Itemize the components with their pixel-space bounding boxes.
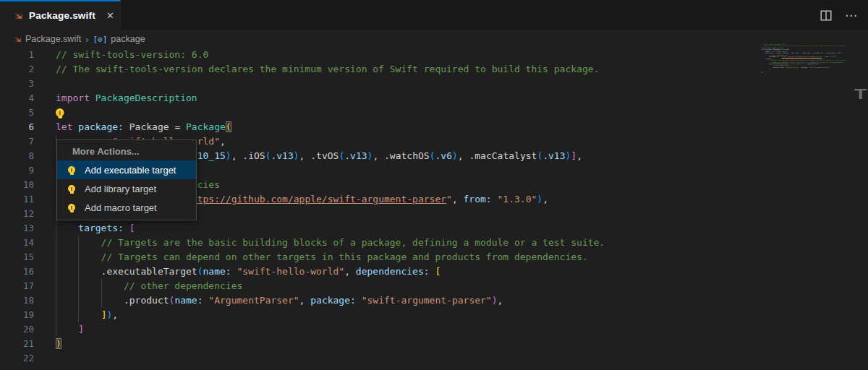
line-number: 22 [0, 351, 34, 366]
line-number: 14 [0, 236, 34, 250]
code-token: // Targets are the basic building blocks… [56, 237, 605, 248]
code-token: , [373, 150, 384, 161]
code-line-text: ] [56, 322, 84, 337]
code-token: .watchOS [384, 150, 430, 161]
code-action-menu-header[interactable]: More Actions... [57, 144, 196, 160]
code-line-19[interactable]: 19 ]), [0, 308, 868, 322]
tab-label: Package.swift [29, 10, 95, 21]
code-token: .executableTarget [56, 266, 197, 277]
code-token: ) [537, 194, 542, 205]
minimap-line: ) [762, 72, 858, 73]
code-token: "ArgumentParser" [208, 295, 299, 306]
code-action-item-label: Add macro target [85, 202, 157, 213]
code-line-text: targets: [ [56, 221, 135, 236]
code-token: .iOS [242, 150, 265, 161]
code-action-menu-items: Add executable targetAdd library targetA… [57, 160, 196, 217]
code-line-text: import PackageDescription [56, 91, 197, 106]
code-token: , [112, 309, 118, 320]
code-token: name: [174, 295, 203, 306]
code-line-text: // Targets are the basic building blocks… [56, 236, 605, 250]
code-action-lightbulb-icon[interactable] [56, 108, 64, 117]
code-token: // Targets can depend on other targets i… [56, 251, 588, 262]
code-action-item-0[interactable]: Add executable target [57, 160, 196, 179]
code-token: let [56, 121, 72, 132]
breadcrumb-symbol[interactable]: package [111, 34, 145, 44]
code-token: , [299, 295, 311, 306]
code-token: , [542, 194, 548, 205]
code-line-2[interactable]: 2// The swift-tools-version declares the… [0, 62, 868, 77]
code-token: , [498, 295, 503, 306]
code-line-17[interactable]: 17 // other dependencies [0, 279, 868, 293]
line-number: 7 [0, 134, 34, 149]
code-line-13[interactable]: 13 targets: [ [0, 221, 868, 236]
tab-package-swift[interactable]: Package.swift ✕ [0, 0, 121, 30]
line-number: 5 [0, 106, 34, 120]
code-token [124, 223, 129, 233]
code-token: ] [571, 150, 576, 161]
line-number: 20 [0, 322, 34, 337]
code-line-21[interactable]: 21) [0, 337, 868, 351]
code-token: package [78, 121, 118, 132]
code-line-22[interactable]: 22 [0, 351, 868, 366]
line-number: 4 [0, 91, 34, 106]
code-token: " [446, 194, 452, 205]
code-line-18[interactable]: 18 .product(name: "ArgumentParser", pack… [0, 293, 868, 308]
line-number: 13 [0, 221, 34, 236]
code-token: .product [56, 295, 169, 306]
code-token: Package [129, 121, 169, 132]
code-token: "swift-hello-world" [237, 266, 344, 277]
code-token: dependencies: [356, 266, 430, 277]
code-line-text: .executableTarget(name: "swift-hello-wor… [56, 264, 441, 279]
minimap[interactable]: // swift-tools-version: 6.0// The swift-… [762, 43, 858, 94]
code-line-15[interactable]: 15 // Targets can depend on other target… [0, 250, 868, 264]
line-number: 2 [0, 62, 34, 77]
code-line-5[interactable]: 5 [0, 106, 868, 120]
code-line-14[interactable]: 14 // Targets are the basic building blo… [0, 236, 868, 250]
line-number: 17 [0, 279, 34, 293]
code-line-text: // swift-tools-version: 6.0 [56, 48, 208, 62]
code-token [356, 295, 362, 306]
code-token: name: [203, 266, 231, 277]
code-line-text: .product(name: "ArgumentParser", package… [56, 293, 503, 308]
code-line-3[interactable]: 3 [0, 77, 868, 91]
code-line-16[interactable]: 16 .executableTarget(name: "swift-hello-… [0, 264, 868, 279]
breadcrumb-file[interactable]: Package.swift [25, 34, 81, 44]
tab-close-icon[interactable]: ✕ [104, 9, 116, 22]
code-token: PackageDescription [95, 92, 197, 103]
code-token: , [576, 150, 582, 161]
line-number: 9 [0, 163, 34, 178]
line-number: 12 [0, 207, 34, 221]
code-line-text: // Targets can depend on other targets i… [56, 250, 588, 264]
code-token: ] [78, 324, 84, 335]
minimap-overlay-letter: T [854, 85, 867, 103]
editor-actions: ⋯ [820, 0, 858, 30]
code-token: "1.3.0" [498, 194, 537, 205]
code-action-item-1[interactable]: Add library target [57, 179, 196, 198]
code-token [492, 194, 498, 205]
code-token: ( [197, 266, 203, 277]
line-number: 16 [0, 264, 34, 279]
code-token: [ [129, 223, 135, 233]
lightbulb-icon [68, 185, 75, 192]
code-line-text: ) [56, 337, 61, 351]
split-editor-button[interactable] [820, 10, 832, 21]
swift-file-icon [12, 10, 23, 22]
code-action-item-label: Add executable target [85, 165, 176, 176]
code-line-6[interactable]: 6let package: Package = Package( [0, 120, 868, 134]
vscode-window: Package.swift ✕ ⋯ Package.swift › [⊘] pa… [0, 0, 868, 370]
lightbulb-icon [68, 204, 75, 211]
code-line-text: // The swift-tools-version declares the … [56, 62, 599, 77]
code-token: package: [310, 295, 356, 306]
code-token: Package [186, 121, 226, 132]
code-line-4[interactable]: 4import PackageDescription [0, 91, 868, 106]
more-actions-button[interactable]: ⋯ [845, 8, 858, 23]
code-line-20[interactable]: 20 ] [0, 322, 868, 337]
code-token: // swift-tools-version: 6.0 [56, 49, 208, 60]
code-line-text: // other dependencies [56, 279, 242, 293]
indent-guide-level1 [78, 236, 79, 322]
breadcrumb: Package.swift › [⊘] package [0, 30, 868, 48]
line-number: 15 [0, 250, 34, 264]
code-token: .macCatalyst [469, 150, 537, 161]
code-line-1[interactable]: 1// swift-tools-version: 6.0 [0, 48, 868, 62]
code-action-item-2[interactable]: Add macro target [57, 198, 196, 217]
